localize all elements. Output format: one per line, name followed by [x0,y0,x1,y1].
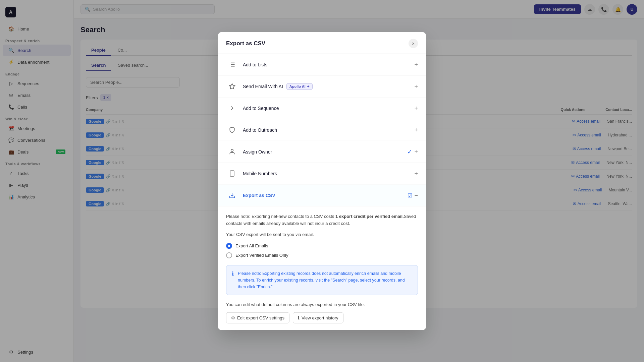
send-email-ai-action: + [414,83,418,90]
modal-header: Export as CSV × [218,32,426,54]
svg-point-7 [231,149,233,152]
modal-row-mobile-numbers[interactable]: Mobile Numbers + [218,163,426,185]
add-to-lists-action: + [414,61,418,68]
send-email-ai-label: Send Email With AI Apollo AI ✦ [243,83,410,89]
export-note-text: Please note: Exporting net-new contacts … [226,213,418,227]
modal-row-assign-owner[interactable]: Assign Owner ✓ + [218,141,426,163]
modal-row-add-to-outreach[interactable]: Add to Outreach + [218,119,426,141]
export-csv-icon [226,189,238,201]
radio-verified-only[interactable]: Export Verified Emails Only [226,252,418,258]
modal-row-export-csv[interactable]: Export as CSV ☑ − [218,185,426,206]
info-box-text: Please note: Exporting existing records … [238,270,412,290]
add-to-outreach-icon [226,124,238,136]
export-csv-label: Export as CSV [243,193,403,198]
apollo-ai-badge: Apollo AI ✦ [286,83,313,89]
mobile-numbers-icon [226,168,238,180]
info-icon: ℹ [232,270,234,290]
export-csv-minus: − [414,192,418,199]
export-csv-modal: Export as CSV × Add to Lists + Send Emai… [218,32,426,330]
radio-all-emails[interactable]: Export All Emails [226,243,418,249]
modal-body: Please note: Exporting net-new contacts … [218,206,426,330]
add-to-sequence-action: + [414,105,418,112]
radio-verified-circle [226,252,232,258]
edit-export-csv-settings-button[interactable]: ⚙ Edit export CSV settings [226,312,289,323]
edit-note-text: You can edit what default columns are al… [226,302,418,307]
add-to-sequence-icon [226,102,238,114]
modal-row-add-to-lists[interactable]: Add to Lists + [218,54,426,76]
radio-group-export: Export All Emails Export Verified Emails… [226,243,418,258]
info-box: ℹ Please note: Exporting existing record… [226,265,418,295]
gear-icon: ⚙ [231,315,235,320]
modal-row-add-to-sequence[interactable]: Add to Sequence + [218,98,426,119]
modal-close-button[interactable]: × [409,39,418,48]
assign-owner-label: Assign Owner [243,149,402,155]
assign-owner-icon [226,146,238,158]
export-csv-check: ☑ [408,192,412,198]
svg-rect-8 [230,171,234,176]
view-export-history-button[interactable]: ℹ View export history [293,312,343,323]
mobile-numbers-label: Mobile Numbers [243,171,410,176]
svg-marker-6 [229,83,235,89]
assign-owner-action: ✓ + [407,148,418,156]
add-to-lists-icon [226,59,238,71]
email-note-text: Your CSV export will be sent to you via … [226,232,418,237]
add-to-lists-label: Add to Lists [243,62,410,67]
modal-footer: ⚙ Edit export CSV settings ℹ View export… [226,312,418,323]
add-to-outreach-label: Add to Outreach [243,127,410,133]
mobile-numbers-action: + [414,170,418,177]
modal-title: Export as CSV [226,40,265,47]
send-email-ai-icon [226,80,238,93]
history-icon: ℹ [298,315,300,320]
radio-all-emails-circle [226,243,232,249]
modal-row-send-email-ai[interactable]: Send Email With AI Apollo AI ✦ + [218,76,426,98]
add-to-outreach-action: + [414,126,418,133]
export-csv-action: ☑ − [408,192,418,199]
assign-owner-check: ✓ [407,148,412,156]
add-to-sequence-label: Add to Sequence [243,106,410,111]
assign-owner-plus: + [414,148,418,155]
